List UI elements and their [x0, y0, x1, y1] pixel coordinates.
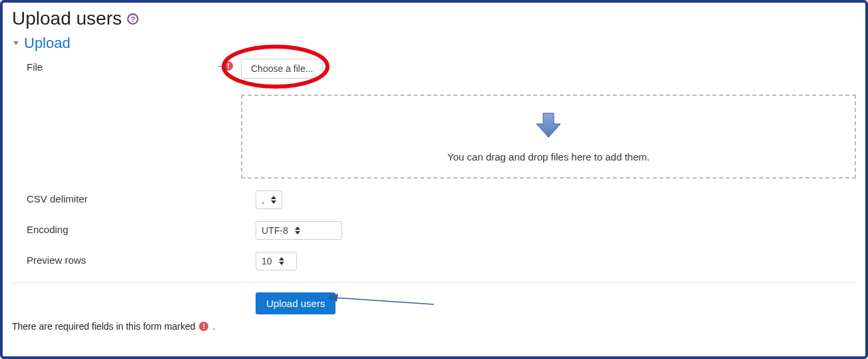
svg-marker-8 [279, 257, 284, 260]
row-csv-delimiter: CSV delimiter , [12, 190, 856, 209]
required-note-prefix: There are required fields in this form m… [12, 321, 195, 332]
updown-icon [279, 257, 284, 265]
help-icon[interactable]: ? [127, 13, 138, 25]
select-encoding-value: UTF-8 [262, 225, 288, 236]
row-file: File ···· ! Choose a file... [12, 59, 856, 179]
annotation-arrow [327, 291, 434, 310]
divider [12, 282, 856, 283]
caret-down-icon [12, 39, 20, 47]
row-encoding: Encoding UTF-8 [12, 221, 856, 240]
choose-file-button[interactable]: Choose a file... [241, 59, 323, 79]
svg-marker-4 [271, 196, 276, 199]
required-dots: ···· [218, 63, 222, 70]
page-title-text: Upload users [12, 8, 122, 29]
select-preview-rows[interactable]: 10 [256, 252, 297, 270]
download-arrow-icon [534, 111, 563, 142]
label-encoding: Encoding [12, 221, 218, 235]
row-preview-rows: Preview rows 10 [12, 252, 856, 270]
label-csv-delimiter: CSV delimiter [12, 190, 218, 204]
select-csv-delimiter[interactable]: , [256, 190, 282, 209]
select-encoding[interactable]: UTF-8 [256, 221, 342, 240]
svg-marker-2 [13, 41, 19, 45]
svg-marker-6 [295, 226, 300, 230]
dropzone-hint: You can drag and drop files here to add … [447, 151, 650, 163]
svg-marker-5 [271, 200, 276, 204]
page-frame: Upload users ? Upload File ···· ! Choose… [0, 0, 868, 359]
file-dropzone[interactable]: You can drag and drop files here to add … [241, 95, 856, 179]
row-submit: Upload users [12, 292, 856, 314]
svg-line-10 [335, 298, 434, 304]
required-note-suffix: . [212, 321, 215, 332]
label-file: File [12, 59, 206, 73]
svg-marker-9 [279, 262, 284, 265]
upload-users-button[interactable]: Upload users [256, 292, 335, 314]
select-preview-rows-value: 10 [262, 256, 272, 266]
section-toggle-upload[interactable]: Upload [12, 35, 856, 52]
page-title: Upload users ? [12, 8, 856, 29]
required-badge-icon: ! [224, 61, 233, 71]
updown-icon [295, 226, 300, 234]
required-badge-icon: ! [199, 322, 208, 331]
svg-text:?: ? [130, 14, 135, 23]
section-title: Upload [24, 35, 71, 52]
select-csv-delimiter-value: , [262, 194, 264, 205]
svg-marker-7 [295, 231, 300, 234]
file-input-area: Choose a file... You can drag and drop f… [233, 59, 856, 179]
required-marker: ···· ! [206, 59, 233, 71]
required-fields-note: There are required fields in this form m… [12, 321, 856, 332]
label-preview-rows: Preview rows [12, 252, 218, 266]
updown-icon [271, 196, 276, 204]
